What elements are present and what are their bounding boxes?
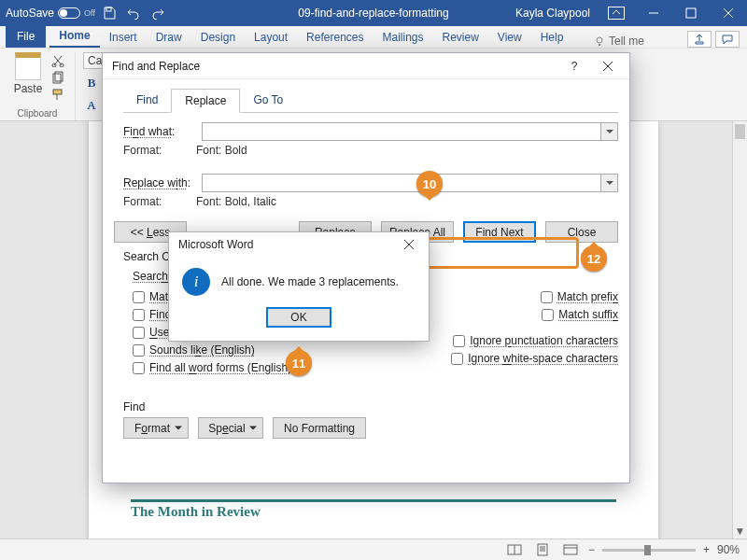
- close-button[interactable]: Close: [545, 221, 618, 243]
- dialog-close-icon[interactable]: [592, 56, 624, 77]
- word-forms-checkbox[interactable]: Find all word forms (English): [133, 361, 291, 374]
- tab-references[interactable]: References: [297, 27, 373, 48]
- find-section-label: Find: [123, 400, 618, 413]
- msgbox-text: All done. We made 3 replacements.: [221, 275, 399, 288]
- tab-goto[interactable]: Go To: [240, 89, 296, 112]
- tab-home[interactable]: Home: [49, 25, 99, 48]
- dialog-titlebar[interactable]: Find and Replace ?: [103, 53, 629, 79]
- zoom-out-icon[interactable]: −: [588, 543, 595, 556]
- tab-replace[interactable]: Replace: [171, 89, 240, 113]
- dialog-help-icon[interactable]: ?: [558, 56, 590, 77]
- text-effects-button[interactable]: A: [83, 97, 100, 114]
- copy-icon[interactable]: [50, 71, 65, 84]
- scroll-down-icon[interactable]: ▼: [733, 524, 747, 539]
- callout-12: 12: [581, 245, 607, 272]
- app-titlebar: AutoSave Off 09-find-and-replace-formatt…: [0, 0, 747, 26]
- tab-review[interactable]: Review: [433, 27, 488, 48]
- save-icon[interactable]: [99, 3, 120, 23]
- svg-rect-0: [106, 7, 111, 11]
- find-next-button[interactable]: Find Next: [463, 221, 536, 243]
- redo-icon[interactable]: [148, 3, 168, 23]
- msgbox-close-icon[interactable]: [393, 234, 425, 255]
- share-icon[interactable]: [687, 31, 712, 48]
- format-dropdown-button[interactable]: Format: [123, 417, 189, 439]
- minimize-icon[interactable]: [635, 0, 672, 26]
- tab-view[interactable]: View: [488, 27, 531, 48]
- info-icon: i: [182, 268, 210, 296]
- match-suffix-checkbox[interactable]: Match suffix: [451, 308, 618, 321]
- lightbulb-icon: [594, 35, 605, 47]
- vertical-scrollbar[interactable]: ▲ ▼: [732, 121, 747, 539]
- clipboard-group-label: Clipboard: [9, 108, 65, 120]
- msgbox-titlebar[interactable]: Microsoft Word: [169, 232, 429, 257]
- undo-icon[interactable]: [123, 3, 144, 23]
- tab-layout[interactable]: Layout: [245, 27, 297, 48]
- replace-with-input[interactable]: [202, 174, 618, 192]
- replace-with-label: Replace with:: [123, 176, 196, 189]
- sounds-like-checkbox[interactable]: Sounds like (English): [133, 343, 291, 357]
- search-direction-label: Search:: [133, 270, 171, 283]
- svg-rect-9: [538, 544, 547, 555]
- tab-find[interactable]: Find: [123, 89, 171, 112]
- dialog-tabs: Find Replace Go To: [123, 89, 618, 113]
- cut-icon[interactable]: [50, 54, 65, 67]
- window-close-icon[interactable]: [710, 0, 747, 26]
- ok-button[interactable]: OK: [266, 307, 331, 328]
- scroll-thumb[interactable]: [735, 124, 745, 139]
- tab-mailings[interactable]: Mailings: [373, 27, 432, 48]
- bold-button[interactable]: B: [83, 75, 100, 91]
- status-bar: − + 90%: [0, 539, 747, 560]
- match-prefix-checkbox[interactable]: Match prefix: [451, 290, 618, 303]
- msgbox-dialog: Microsoft Word i All done. We made 3 rep…: [168, 231, 430, 342]
- ribbon-options-icon[interactable]: [598, 0, 635, 26]
- tab-help[interactable]: Help: [531, 27, 573, 48]
- ribbon-tabs: File Home Insert Draw Design Layout Refe…: [0, 26, 747, 49]
- no-formatting-button[interactable]: No Formatting: [273, 417, 366, 439]
- zoom-slider[interactable]: [602, 549, 696, 552]
- file-tab[interactable]: File: [6, 25, 46, 48]
- find-what-label: Find what:: [123, 125, 196, 138]
- callout-11: 11: [286, 350, 312, 376]
- comments-icon[interactable]: [715, 31, 740, 48]
- zoom-level[interactable]: 90%: [717, 543, 740, 556]
- ignore-whitespace-checkbox[interactable]: Ignore white-space characters: [451, 352, 618, 365]
- special-dropdown-button[interactable]: Special: [198, 417, 263, 439]
- svg-rect-10: [564, 545, 577, 554]
- ignore-punct-checkbox[interactable]: Ignore punctuation characters: [451, 334, 618, 347]
- tab-design[interactable]: Design: [191, 27, 245, 48]
- svg-rect-7: [53, 90, 62, 94]
- format-painter-icon[interactable]: [50, 88, 65, 101]
- autosave-toggle[interactable]: AutoSave Off: [6, 7, 95, 20]
- format-label-2: Format:: [123, 195, 196, 208]
- chevron-down-icon[interactable]: [600, 175, 617, 191]
- web-layout-icon[interactable]: [560, 542, 581, 557]
- replace-format-value: Font: Bold, Italic: [196, 195, 276, 208]
- find-what-input[interactable]: [202, 122, 618, 141]
- tab-draw[interactable]: Draw: [147, 27, 191, 48]
- zoom-in-icon[interactable]: +: [703, 543, 710, 556]
- paste-button[interactable]: Paste: [9, 52, 47, 101]
- svg-rect-1: [686, 8, 696, 18]
- tell-me[interactable]: Tell me: [594, 35, 644, 48]
- svg-point-2: [597, 37, 602, 43]
- msgbox-title: Microsoft Word: [178, 238, 253, 251]
- document-title: 09-find-and-replace-formatting: [298, 7, 448, 20]
- dialog-title: Find and Replace: [112, 60, 200, 73]
- callout-10: 10: [416, 171, 443, 197]
- print-layout-icon[interactable]: [532, 542, 553, 557]
- maximize-icon[interactable]: [672, 0, 710, 26]
- toggle-off-icon: [58, 7, 80, 19]
- tab-insert[interactable]: Insert: [100, 27, 147, 48]
- read-mode-icon[interactable]: [504, 542, 525, 557]
- clipboard-icon: [15, 52, 41, 80]
- format-label: Format:: [123, 144, 196, 157]
- autosave-label: AutoSave: [6, 7, 54, 20]
- find-format-value: Font: Bold: [196, 144, 247, 157]
- chevron-down-icon[interactable]: [600, 123, 617, 140]
- page-heading: The Month in Review: [131, 504, 616, 520]
- user-name[interactable]: Kayla Claypool: [515, 7, 590, 20]
